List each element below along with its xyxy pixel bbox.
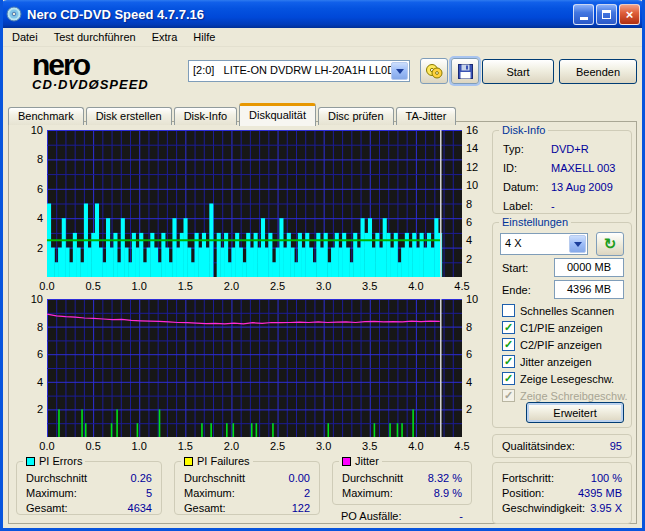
axis-tick-label: 16 [466,124,488,136]
quality-index-panel: Qualitätsindex:95 [492,434,632,458]
title-bar[interactable]: Nero CD-DVD Speed 4.7.7.16 × [0,0,645,28]
quit-button[interactable]: Beenden [559,59,637,84]
pie-max-label: Maximum: [26,487,77,499]
drive-select[interactable]: [2:0] LITE-ON DVDRW LH-20A1H LL0D [188,60,410,82]
disk-id-label: ID: [503,162,551,174]
end-mb-field[interactable]: 4396 MB [554,280,624,299]
disk-date-value: 13 Aug 2009 [551,181,613,193]
chevron-down-icon[interactable] [569,235,586,253]
tab-diskqualitaet[interactable]: Diskqualität [239,103,316,126]
axis-tick-label: 2 [20,403,43,415]
tab-disk-info[interactable]: Disk-Info [174,107,237,125]
menu-datei[interactable]: Datei [4,29,46,45]
chevron-down-icon[interactable] [391,62,408,80]
axis-tick-label: 10 [466,293,488,305]
close-button[interactable]: × [619,4,640,25]
eject-disc-button[interactable] [420,58,448,84]
pie-total-label: Gesamt: [26,502,68,514]
checkbox-icon: ✓ [502,372,515,385]
checkbox-lesegeschw[interactable]: ✓Zeige Lesegeschw. [502,371,632,386]
axis-tick-label: 3.5 [358,440,382,452]
axis-tick-label: 6 [20,348,43,360]
axis-tick-label: 0.5 [81,440,105,452]
pi-errors-title: PI Errors [39,454,82,468]
axis-tick-label: 8 [466,198,488,210]
axis-tick-label: 12 [466,161,488,173]
disk-type-value: DVD+R [551,143,589,155]
checkbox-c2-pif[interactable]: ✓C2/PIF anzeigen [502,337,632,352]
axis-tick-label: 8 [20,321,43,333]
nero-logo-text: nero [32,50,192,80]
quality-index-label: Qualitätsindex: [502,440,575,452]
checkbox-c1-pie[interactable]: ✓C1/PIE anzeigen [502,320,632,335]
window-title: Nero CD-DVD Speed 4.7.7.16 [27,7,571,22]
axis-tick-label: 2 [466,253,488,265]
minimize-button[interactable] [573,4,594,25]
position-row: Position:4395 MB [493,485,631,500]
position-label: Position: [502,487,544,499]
axis-tick-label: 14 [466,142,488,154]
po-failures-row: PO Ausfälle: - [332,508,472,523]
save-button[interactable] [451,58,479,84]
tab-disk-erstellen[interactable]: Disk erstellen [86,107,172,125]
menu-hilfe[interactable]: Hilfe [185,29,223,45]
tab-strip: Benchmark Disk erstellen Disk-Info Diskq… [8,103,458,125]
speed-select-value: 4 X [505,237,522,249]
axis-tick-label: 10 [20,293,43,305]
axis-tick-label: 10 [466,179,488,191]
tab-benchmark[interactable]: Benchmark [8,107,84,125]
axis-tick-label: 2.0 [219,280,243,292]
checkbox-schreibgeschw: ✓Zeige Schreibgeschw. [502,388,632,403]
tab-disc-pruefen[interactable]: Disc prüfen [318,107,394,125]
pi-failures-title: PI Failures [197,454,250,468]
jitter-caption: Jitter [339,454,382,468]
axis-tick-label: 1.5 [173,440,197,452]
checkbox-icon: ✓ [502,321,515,334]
pie-errors-scan-chart [47,130,462,277]
nero-logo: nero CD·DVDØSPEED [32,50,192,91]
pi-errors-stats-panel: PI Errors Durchschnitt0.26 Maximum:5 Ges… [16,461,162,515]
app-window: Nero CD-DVD Speed 4.7.7.16 × Datei Test … [0,0,645,531]
axis-tick-label: 4 [20,212,43,224]
axis-tick-label: 0.0 [35,280,59,292]
axis-tick-label: 4.0 [404,440,428,452]
speed-select[interactable]: 4 X [500,233,588,255]
settings-title: Einstellungen [499,215,571,229]
axis-tick-label: 4.0 [404,280,428,292]
menu-bar: Datei Test durchführen Extra Hilfe [0,28,645,47]
pif-avg-value: 0.00 [289,472,310,484]
menu-extra[interactable]: Extra [144,29,186,45]
axis-tick-label: 1.5 [173,280,197,292]
pi-failures-stats-panel: PI Failures Durchschnitt0.00 Maximum:2 G… [174,461,320,515]
checkbox-schnelles-scannen[interactable]: Schnelles Scannen [502,303,632,318]
axis-tick-label: 4 [20,376,43,388]
start-mb-field[interactable]: 0000 MB [554,258,624,277]
checkbox-icon: ✓ [502,355,515,368]
tab-ta-jitter[interactable]: TA-Jitter [396,107,457,125]
disk-date-row: Datum:13 Aug 2009 [493,177,631,196]
pif-avg-label: Durchschnitt [184,472,245,484]
start-button-label: Start [506,66,529,78]
checkbox-jitter[interactable]: ✓Jitter anzeigen [502,354,632,369]
pif-total-label: Gesamt: [184,502,226,514]
progress-panel: Fortschritt:100 % Position:4395 MB Gesch… [492,462,632,524]
menu-test-durchfuehren[interactable]: Test durchführen [46,29,144,45]
pie-total-value: 4634 [128,502,152,514]
advanced-button[interactable]: Erweitert [526,402,624,423]
start-button[interactable]: Start [482,59,554,84]
maximize-button[interactable] [596,4,617,25]
refresh-icon: ↻ [604,235,617,253]
axis-tick-label: 2 [20,242,43,254]
axis-tick-label: 4.5 [450,440,474,452]
disk-info-title: Disk-Info [499,123,548,137]
pif-max-label: Maximum: [184,487,235,499]
refresh-button[interactable]: ↻ [596,232,624,256]
disk-label-label: Label: [503,200,551,212]
axis-tick-label: 1.0 [127,440,151,452]
jitter-max-value: 8.9 % [434,487,462,499]
axis-tick-label: 0.0 [35,440,59,452]
axis-tick-label: 4 [466,376,488,388]
minimize-icon [580,17,588,20]
axis-tick-label: 8 [466,321,488,333]
disk-id-row: ID:MAXELL 003 [493,158,631,177]
